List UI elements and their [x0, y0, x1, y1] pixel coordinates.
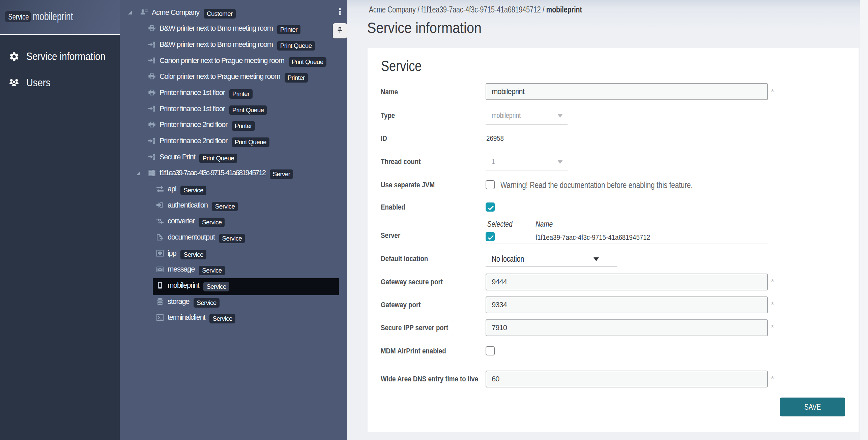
sidebar-item-service-information[interactable]: Service information [0, 43, 120, 70]
tree-node-label: message [168, 265, 195, 274]
sidebar-menu: Service information Users [0, 35, 120, 96]
tree-node-label: Canon printer next to Prague meeting roo… [160, 56, 284, 65]
print-queue-icon [148, 56, 156, 65]
service-card: Service Name * Type mobileprint ID 26958… [368, 48, 859, 432]
scrollbar-track[interactable] [860, 0, 868, 440]
converter-icon [156, 217, 164, 225]
kebab-menu-icon[interactable] [339, 8, 341, 15]
server-checkbox[interactable] [486, 232, 495, 241]
tree-node-printer-finance-2nd-floor[interactable]: Printer finance 2nd floorPrinter [120, 117, 347, 133]
type-select-value: mobileprint [492, 111, 521, 120]
tree-panel: Acme CompanyCustomerB&W printer next to … [120, 0, 347, 440]
enabled-label: Enabled [381, 203, 405, 212]
tree-node-authentication[interactable]: authenticationService [120, 197, 347, 213]
tree-node-badge: Service [199, 266, 225, 275]
authentication-icon [156, 201, 164, 209]
tree-node-printer-finance-1st-floor[interactable]: Printer finance 1st floorPrint Queue [120, 101, 347, 117]
tree-node-badge: Service [199, 218, 225, 227]
tree-node-storage[interactable]: storageService [120, 293, 347, 310]
tree-node-api[interactable]: apiService [120, 181, 347, 197]
default-location-value: No location [492, 254, 524, 264]
expander-icon[interactable] [136, 171, 140, 175]
breadcrumb-server[interactable]: f1f1ea39-7aac-4f3c-9715-41a681945712 [421, 5, 541, 14]
type-label: Type [381, 111, 395, 120]
storage-icon [156, 297, 164, 306]
name-input[interactable] [486, 83, 768, 100]
gateway-secure-port-input[interactable] [486, 274, 768, 290]
enabled-checkbox[interactable] [486, 202, 495, 212]
documentoutput-icon [156, 233, 164, 242]
mobileprint-icon [156, 281, 164, 289]
secure-ipp-port-label: Secure IPP server port [381, 323, 448, 332]
default-location-label: Default location [381, 254, 428, 263]
tree-node-badge: Print Queue [199, 154, 237, 163]
name-label: Name [381, 88, 398, 96]
tree-node-secure-print[interactable]: Secure PrintPrint Queue [120, 149, 347, 165]
print-queue-icon [148, 40, 156, 49]
tree-node-canon-printer-next-to-prague-meeting-roo[interactable]: Canon printer next to Prague meeting roo… [120, 53, 347, 69]
tree: Acme CompanyCustomerB&W printer next to … [120, 4, 347, 325]
tree-node-converter[interactable]: converterService [120, 213, 347, 229]
gateway-secure-port-label: Gateway secure port [381, 278, 443, 286]
tree-node-printer-finance-1st-floor[interactable]: Printer finance 1st floorPrinter [120, 85, 347, 101]
tree-node-terminalclient[interactable]: terminalclientService [120, 309, 347, 325]
tree-node-documentoutput[interactable]: documentoutputService [120, 229, 347, 245]
sidebar-item-label: Service information [26, 51, 106, 63]
tree-node-badge: Printer [232, 121, 255, 131]
tree-node-message[interactable]: messageService [120, 261, 347, 278]
gear-icon [9, 51, 20, 62]
tree-node-acme-company[interactable]: Acme CompanyCustomer [120, 4, 347, 21]
pin-icon [336, 26, 344, 36]
tree-node-badge: Service [180, 250, 206, 259]
thread-count-select-arrow-icon [557, 160, 563, 164]
mdm-airprint-label: MDM AirPrint enabled [381, 347, 446, 355]
tree-node-f1f1ea39-7aac-4f3c-9715-41a681945712[interactable]: f1f1ea39-7aac-4f3c-9715-41a681945712Serv… [120, 165, 347, 181]
breadcrumb-customer[interactable]: Acme Company [369, 5, 416, 14]
gateway-port-label: Gateway port [381, 301, 421, 309]
tree-node-label: converter [168, 217, 195, 225]
tree-node-b-w-printer-next-to-brno-meeting-room[interactable]: B&W printer next to Brno meeting roomPri… [120, 21, 347, 37]
secure-ipp-port-asterisk: * [771, 323, 774, 333]
printer-icon [148, 89, 156, 97]
secure-ipp-port-input[interactable] [486, 319, 768, 336]
server-underline [485, 244, 768, 244]
tree-node-label: f1f1ea39-7aac-4f3c-9715-41a681945712 [160, 168, 265, 177]
jvm-checkbox[interactable] [486, 180, 495, 189]
tree-node-color-printer-next-to-prague-meeting-roo[interactable]: Color printer next to Prague meeting roo… [120, 69, 347, 85]
save-button[interactable]: SAVE [780, 398, 845, 416]
expander-icon[interactable] [128, 10, 132, 14]
tree-node-badge: Printer [277, 25, 300, 34]
tree-node-label: B&W printer next to Brno meeting room [160, 24, 273, 33]
message-icon [156, 265, 164, 274]
tree-node-badge: Service [194, 298, 219, 308]
thread-count-select-value: 1 [492, 157, 495, 166]
print-queue-icon [148, 137, 156, 145]
tree-node-label: documentoutput [168, 233, 215, 242]
server-icon [148, 169, 156, 177]
tree-node-label: B&W printer next to Brno meeting room [160, 40, 273, 49]
pin-button[interactable] [333, 23, 347, 38]
thread-count-select-underline [486, 170, 568, 170]
tree-node-b-w-printer-next-to-brno-meeting-room[interactable]: B&W printer next to Brno meeting roomPri… [120, 36, 347, 53]
kebab-dot [339, 8, 341, 10]
mdm-airprint-checkbox[interactable] [486, 346, 495, 355]
tree-node-badge: Service [219, 234, 245, 243]
jvm-label: Use separate JVM [381, 181, 435, 189]
tree-node-printer-finance-2nd-floor[interactable]: Printer finance 2nd floorPrint Queue [120, 133, 347, 149]
tree-node-badge: Printer [285, 73, 308, 83]
wide-area-dns-label: Wide Area DNS entry time to live [381, 375, 478, 383]
tree-node-label: Secure Print [160, 153, 195, 161]
sidebar-item-users[interactable]: Users [0, 70, 120, 96]
tree-node-label: storage [168, 297, 189, 306]
tree-node-badge: Server [270, 169, 293, 179]
tree-node-mobileprint[interactable]: mobileprintService [120, 277, 347, 293]
tree-node-label: terminalclient [168, 313, 205, 322]
gateway-port-input[interactable] [486, 296, 768, 313]
tree-node-ipp[interactable]: ippService [120, 245, 347, 261]
page-title: Service information [367, 19, 482, 37]
tree-node-label: api [168, 185, 176, 193]
tree-node-badge: Service [180, 186, 206, 195]
breadcrumb-current: mobileprint [546, 5, 582, 14]
tree-node-badge: Printer [229, 89, 253, 99]
wide-area-dns-input[interactable] [486, 371, 768, 387]
